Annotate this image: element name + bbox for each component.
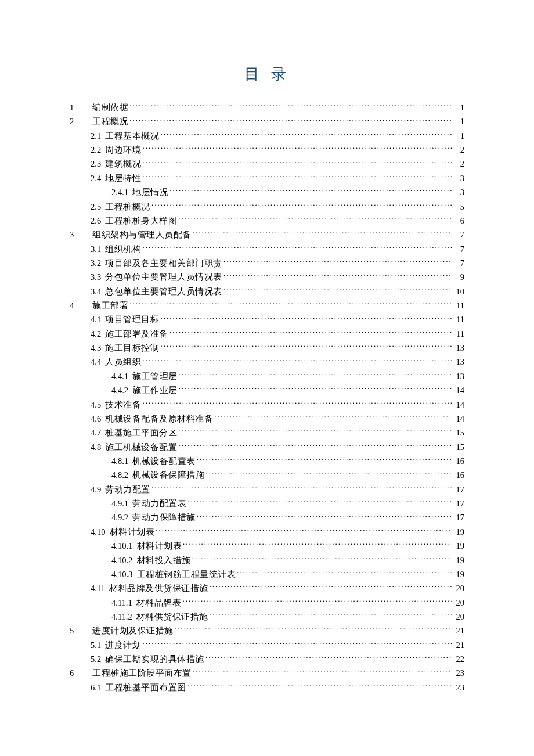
toc-leader-dots bbox=[175, 625, 452, 634]
toc-entry-page: 19 bbox=[453, 525, 464, 539]
toc-entry-number: 4.4.1 bbox=[111, 369, 128, 383]
toc-entry[interactable]: 2.6 工程桩桩身大样图6 bbox=[70, 214, 464, 228]
toc-entry[interactable]: 5.2 确保工期实现的具体措施22 bbox=[70, 652, 464, 666]
toc-entry-label: 施工目标控制 bbox=[105, 341, 159, 355]
toc-entry[interactable]: 4.8 施工机械设备配置15 bbox=[70, 440, 464, 454]
toc-entry[interactable]: 2.4.1 地层情况3 bbox=[70, 185, 464, 199]
toc-entry[interactable]: 2.4 地层特性3 bbox=[70, 171, 464, 185]
toc-leader-dots bbox=[169, 187, 452, 196]
toc-leader-dots bbox=[197, 455, 452, 464]
toc-entry-number: 3.2 bbox=[91, 256, 101, 270]
toc-entry-page: 9 bbox=[453, 270, 464, 284]
toc-entry[interactable]: 1 编制依据1 bbox=[70, 100, 464, 114]
toc-leader-dots bbox=[142, 639, 452, 648]
toc-entry[interactable]: 4.5 技术准备14 bbox=[70, 398, 464, 412]
toc-entry-page: 15 bbox=[453, 440, 464, 454]
toc-entry[interactable]: 2.2 周边环境2 bbox=[70, 143, 464, 157]
toc-entry-label: 机械设备配置表 bbox=[132, 454, 196, 468]
toc-entry[interactable]: 4.4.1 施工管理层13 bbox=[70, 369, 464, 383]
toc-entry-number: 2.2 bbox=[91, 143, 101, 157]
toc-entry[interactable]: 4.4 人员组织13 bbox=[70, 355, 464, 369]
toc-entry[interactable]: 4.1 项目管理目标11 bbox=[70, 312, 464, 326]
toc-entry-label: 机械设备保障措施 bbox=[132, 468, 204, 482]
toc-entry[interactable]: 2.5 工程桩概况5 bbox=[70, 200, 464, 214]
toc-entry-page: 3 bbox=[453, 171, 464, 185]
toc-entry-number: 4.10.1 bbox=[111, 539, 132, 553]
toc-entry-number: 4.9.1 bbox=[111, 496, 128, 510]
toc-entry[interactable]: 4.9.1 劳动力配置表17 bbox=[70, 496, 464, 510]
toc-entry[interactable]: 4.10 材料计划表19 bbox=[70, 525, 464, 539]
toc-entry[interactable]: 4.8.1 机械设备配置表16 bbox=[70, 454, 464, 468]
toc-entry[interactable]: 3.4 总包单位主要管理人员情况表10 bbox=[70, 285, 464, 298]
toc-entry[interactable]: 4.8.2 机械设备保障措施16 bbox=[70, 468, 464, 482]
toc-leader-dots bbox=[151, 201, 452, 210]
toc-entry[interactable]: 3.2 项目部及各主要相关部门职责7 bbox=[70, 256, 464, 270]
toc-entry-label: 周边环境 bbox=[105, 143, 141, 157]
toc-entry[interactable]: 5 进度计划及保证措施21 bbox=[70, 624, 464, 638]
toc-entry[interactable]: 3.3 分包单位主要管理人员情况表9 bbox=[70, 270, 464, 284]
toc-entry[interactable]: 4.3 施工目标控制13 bbox=[70, 341, 464, 355]
toc-entry-label: 施工管理层 bbox=[132, 369, 178, 383]
toc-entry-page: 13 bbox=[453, 341, 464, 355]
toc-entry[interactable]: 4.10.3 工程桩钢筋工程量统计表19 bbox=[70, 567, 464, 581]
toc-entry-page: 20 bbox=[453, 610, 464, 624]
toc-entry-number: 2.6 bbox=[91, 214, 101, 228]
toc-entry[interactable]: 4.9 劳动力配置17 bbox=[70, 483, 464, 496]
toc-entry-page: 7 bbox=[453, 228, 464, 242]
toc-leader-dots bbox=[129, 116, 452, 125]
toc-entry[interactable]: 4.9.2 劳动力保障措施17 bbox=[70, 510, 464, 524]
toc-leader-dots bbox=[151, 484, 452, 492]
toc-entry[interactable]: 4.10.1 材料计划表19 bbox=[70, 539, 464, 553]
toc-entry[interactable]: 4.7 桩基施工平面分区15 bbox=[70, 426, 464, 440]
toc-leader-dots bbox=[142, 243, 452, 252]
toc-entry[interactable]: 3.1 组织机构7 bbox=[70, 242, 464, 256]
toc-leader-dots bbox=[142, 145, 452, 153]
toc-entry-page: 11 bbox=[453, 312, 464, 326]
toc-leader-dots bbox=[205, 470, 452, 478]
toc-entry-page: 1 bbox=[453, 129, 464, 143]
toc-entry[interactable]: 4.10.2 材料投入措施19 bbox=[70, 553, 464, 567]
toc-leader-dots bbox=[156, 526, 452, 535]
toc-entry-number: 4.10.3 bbox=[111, 567, 132, 581]
toc-leader-dots bbox=[214, 413, 452, 422]
toc-entry-number: 5.1 bbox=[91, 638, 101, 652]
toc-entry-page: 23 bbox=[453, 666, 464, 680]
toc-entry[interactable]: 2.1 工程基本概况1 bbox=[70, 129, 464, 143]
toc-entry-label: 工程概况 bbox=[92, 114, 128, 128]
toc-entry-label: 确保工期实现的具体措施 bbox=[105, 652, 204, 666]
toc-entry[interactable]: 6 工程桩施工阶段平面布置23 bbox=[70, 666, 464, 680]
toc-entry-number: 2.1 bbox=[91, 129, 101, 143]
toc-entry[interactable]: 4 施工部署11 bbox=[70, 298, 464, 312]
toc-entry[interactable]: 5.1 进度计划21 bbox=[70, 638, 464, 652]
toc-entry-number: 4.7 bbox=[91, 426, 101, 440]
toc-leader-dots bbox=[129, 300, 452, 309]
toc-entry[interactable]: 3 组织架构与管理人员配备7 bbox=[70, 228, 464, 242]
toc-entry[interactable]: 4.11.2 材料供货保证措施20 bbox=[70, 610, 464, 624]
toc-list: 1 编制依据12 工程概况12.1 工程基本概况12.2 周边环境22.3 建筑… bbox=[70, 100, 464, 694]
toc-entry-number: 4.10 bbox=[91, 525, 105, 539]
toc-entry-number: 2.4.1 bbox=[111, 185, 128, 199]
toc-entry[interactable]: 4.2 施工部署及准备11 bbox=[70, 327, 464, 341]
toc-entry-page: 13 bbox=[453, 355, 464, 369]
toc-entry[interactable]: 4.6 机械设备配备及原材料准备14 bbox=[70, 412, 464, 426]
toc-entry-number: 3.3 bbox=[91, 270, 101, 284]
toc-entry-label: 组织架构与管理人员配备 bbox=[92, 228, 192, 242]
toc-entry[interactable]: 6.1 工程桩基平面布置图23 bbox=[70, 681, 464, 694]
toc-entry[interactable]: 2 工程概况1 bbox=[70, 114, 464, 128]
toc-leader-dots bbox=[178, 427, 452, 436]
toc-entry-number: 2.5 bbox=[91, 200, 101, 214]
toc-entry-page: 22 bbox=[453, 652, 464, 666]
toc-entry-page: 16 bbox=[453, 454, 464, 468]
toc-entry[interactable]: 4.11.1 材料品牌表20 bbox=[70, 596, 464, 610]
toc-entry-label: 施工作业层 bbox=[132, 383, 178, 397]
toc-entry-page: 11 bbox=[453, 327, 464, 341]
toc-entry[interactable]: 4.4.2 施工作业层14 bbox=[70, 383, 464, 397]
toc-entry[interactable]: 2.3 建筑概况2 bbox=[70, 157, 464, 171]
toc-entry[interactable]: 4.11 材料品牌及供货保证措施20 bbox=[70, 581, 464, 595]
toc-entry-number: 4.8 bbox=[91, 440, 101, 454]
toc-leader-dots bbox=[160, 130, 452, 139]
toc-entry-label: 施工部署 bbox=[92, 298, 128, 312]
toc-leader-dots bbox=[142, 357, 452, 365]
toc-leader-dots bbox=[179, 370, 452, 379]
toc-leader-dots bbox=[160, 314, 452, 323]
